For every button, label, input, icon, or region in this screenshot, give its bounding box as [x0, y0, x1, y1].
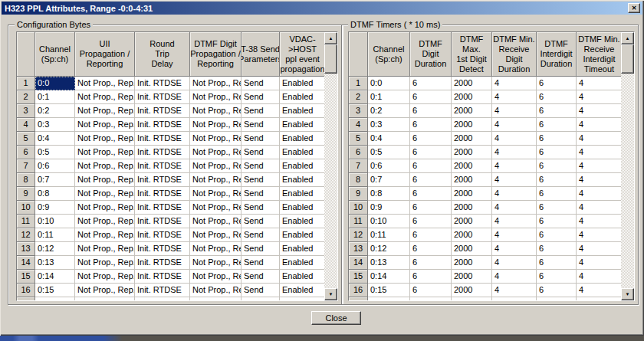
row-header[interactable]: 4: [17, 118, 35, 132]
grid-cell[interactable]: 0:10: [368, 215, 410, 228]
scrollbar-thumb[interactable]: [621, 44, 634, 74]
grid-cell[interactable]: Not Prop., Rep.: [75, 242, 135, 256]
grid-cell[interactable]: 6: [410, 270, 452, 284]
column-header[interactable]: T-38 Send Parameters: [242, 32, 280, 76]
grid-cell[interactable]: 4: [577, 256, 623, 270]
column-header[interactable]: DTMF Min. Receive Interdigit Timeout: [577, 32, 623, 76]
grid-cell[interactable]: Init. RTDSE: [135, 146, 190, 159]
grid-cell[interactable]: Not Prop., Rep.: [75, 173, 135, 187]
grid-cell[interactable]: 2000: [452, 104, 492, 118]
grid-cell[interactable]: 0:15: [368, 284, 410, 297]
grid-cell[interactable]: Enabled: [280, 270, 326, 284]
grid-cell[interactable]: 0:5: [35, 146, 75, 159]
grid-cell[interactable]: 4: [492, 215, 537, 228]
grid-cell[interactable]: Send: [242, 256, 280, 270]
grid-cell[interactable]: Init. RTDSE: [135, 118, 190, 132]
grid-cell[interactable]: 4: [577, 104, 623, 118]
grid-cell[interactable]: Init. RTDSE: [135, 104, 190, 118]
grid-cell[interactable]: Send: [242, 90, 280, 104]
grid-cell[interactable]: Enabled: [280, 187, 326, 201]
grid-cell[interactable]: 0:1: [35, 90, 75, 104]
grid-cell[interactable]: 0:13: [368, 256, 410, 270]
grid-cell[interactable]: 6: [410, 132, 452, 146]
grid-cell[interactable]: Not Prop., Rep.: [190, 270, 242, 284]
grid-cell[interactable]: Not Prop., Rep.: [190, 215, 242, 228]
row-header[interactable]: 15: [349, 270, 368, 284]
grid-cell[interactable]: Not Prop., Rep.: [75, 90, 135, 104]
grid-cell[interactable]: 6: [537, 284, 577, 297]
grid-cell[interactable]: 6: [410, 173, 452, 187]
grid-cell[interactable]: 6: [537, 270, 577, 284]
grid-cell[interactable]: 0:8: [35, 187, 75, 201]
row-header[interactable]: 14: [17, 256, 35, 270]
grid-cell[interactable]: 4: [577, 201, 623, 215]
row-header[interactable]: 10: [17, 201, 35, 215]
grid-cell[interactable]: Not Prop., Rep.: [190, 256, 242, 270]
row-header[interactable]: 7: [349, 159, 368, 173]
grid-cell[interactable]: 0:8: [368, 187, 410, 201]
row-header[interactable]: 2: [349, 90, 368, 104]
grid-cell[interactable]: 6: [537, 146, 577, 159]
grid-cell[interactable]: 2000: [452, 297, 492, 300]
row-header[interactable]: 13: [17, 242, 35, 256]
grid-cell[interactable]: Not Prop., Rep.: [190, 228, 242, 242]
grid-cell[interactable]: 0:10: [35, 215, 75, 228]
grid-cell[interactable]: Enabled: [280, 297, 326, 300]
grid-cell[interactable]: Send: [242, 104, 280, 118]
row-header[interactable]: 9: [17, 187, 35, 201]
grid-cell[interactable]: 6: [537, 228, 577, 242]
grid-cell[interactable]: 6: [410, 118, 452, 132]
grid-cell[interactable]: 0:2: [368, 104, 410, 118]
grid-cell[interactable]: Not Prop., Rep.: [75, 104, 135, 118]
grid-cell[interactable]: Not Prop., Rep.: [75, 132, 135, 146]
grid-cell[interactable]: 0:11: [368, 228, 410, 242]
grid-cell[interactable]: 0:14: [368, 270, 410, 284]
row-header[interactable]: 8: [17, 173, 35, 187]
grid-cell[interactable]: 4: [492, 297, 537, 300]
row-header[interactable]: 16: [17, 284, 35, 297]
row-header[interactable]: 11: [349, 215, 368, 228]
grid-cell[interactable]: 6: [410, 256, 452, 270]
grid-cell[interactable]: Enabled: [280, 256, 326, 270]
row-header[interactable]: 11: [17, 215, 35, 228]
timers-grid-vertical-scrollbar[interactable]: ▲ ▼: [621, 32, 634, 300]
grid-cell[interactable]: Send: [242, 118, 280, 132]
grid-cell[interactable]: Enabled: [280, 77, 326, 90]
grid-cell[interactable]: Enabled: [280, 228, 326, 242]
grid-cell[interactable]: 0:15: [35, 284, 75, 297]
grid-cell[interactable]: Init. RTDSE: [135, 256, 190, 270]
grid-cell[interactable]: Send: [242, 159, 280, 173]
grid-cell[interactable]: Not Prop., Rep.: [190, 201, 242, 215]
grid-cell[interactable]: Enabled: [280, 146, 326, 159]
grid-cell[interactable]: Enabled: [280, 242, 326, 256]
grid-cell[interactable]: 0:3: [368, 118, 410, 132]
grid-cell[interactable]: Not Prop., Rep.: [190, 77, 242, 90]
grid-cell[interactable]: 2000: [452, 77, 492, 90]
grid-cell[interactable]: 6: [410, 187, 452, 201]
column-header[interactable]: DTMF Max. 1st Digit Detect: [452, 32, 492, 76]
grid-cell[interactable]: 6: [537, 215, 577, 228]
row-header[interactable]: 16: [349, 284, 368, 297]
grid-cell[interactable]: 2000: [452, 228, 492, 242]
grid-cell[interactable]: 4: [577, 242, 623, 256]
grid-cell[interactable]: Not Prop., Rep.: [190, 159, 242, 173]
grid-cell[interactable]: 2000: [452, 118, 492, 132]
grid-cell[interactable]: 4: [577, 284, 623, 297]
grid-cell[interactable]: Send: [242, 187, 280, 201]
grid-cell[interactable]: Enabled: [280, 104, 326, 118]
grid-cell[interactable]: 6: [537, 118, 577, 132]
grid-cell[interactable]: Init. RTDSE: [135, 297, 190, 300]
grid-cell[interactable]: Send: [242, 77, 280, 90]
grid-cell[interactable]: 6: [537, 242, 577, 256]
grid-cell[interactable]: 4: [492, 77, 537, 90]
grid-cell[interactable]: Enabled: [280, 284, 326, 297]
grid-cell[interactable]: Enabled: [280, 215, 326, 228]
grid-cell[interactable]: 0:7: [368, 173, 410, 187]
grid-cell[interactable]: 6: [537, 173, 577, 187]
grid-cell[interactable]: 4: [577, 132, 623, 146]
row-header[interactable]: 14: [349, 256, 368, 270]
row-header[interactable]: 6: [17, 146, 35, 159]
row-header[interactable]: 15: [17, 270, 35, 284]
row-header[interactable]: 17: [349, 297, 368, 300]
row-header[interactable]: 8: [349, 173, 368, 187]
